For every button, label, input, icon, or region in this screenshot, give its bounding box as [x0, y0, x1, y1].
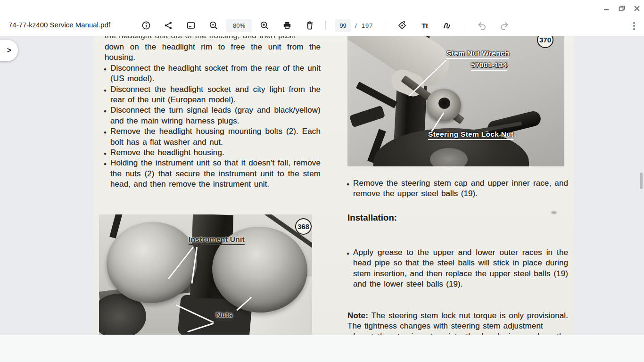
figure-label: Steering Stem Lock Nut: [428, 130, 513, 140]
scan-artifact: [551, 211, 557, 214]
more-options-icon[interactable]: ⋮: [627, 18, 641, 33]
info-icon[interactable]: [139, 18, 154, 33]
page-count: / 197: [355, 22, 373, 29]
list-item: Holding the instrument unit so that it d…: [105, 158, 321, 189]
clipped-text-line: the headlight unit out of the housing, a…: [105, 36, 321, 41]
list-item: Remove the steering stem cap and upper i…: [347, 178, 568, 199]
redo-icon[interactable]: [497, 18, 512, 33]
toolbar-separator: [466, 21, 466, 30]
document-title: 74-77-kz400 Service Manual.pdf: [8, 21, 110, 29]
share-icon[interactable]: [161, 18, 176, 33]
note-paragraph: Note: The steering stem lock nut torque …: [347, 311, 568, 332]
pdf-page: the headlight unit out of the housing, a…: [94, 36, 574, 335]
fit-page-icon[interactable]: [183, 18, 198, 33]
chevron-right-icon: >: [7, 46, 11, 55]
figure-label: Nuts: [216, 311, 233, 321]
list-item: Disconnect the headlight socket and city…: [105, 84, 321, 106]
zoom-level[interactable]: 80%: [226, 19, 252, 32]
shelf: [0, 335, 644, 362]
minimize-button[interactable]: [601, 4, 611, 13]
delete-icon[interactable]: [302, 18, 317, 33]
print-icon[interactable]: [280, 18, 295, 33]
pdf-viewport: the headlight unit out of the housing, a…: [0, 36, 644, 335]
text-annotation-icon[interactable]: Tt: [417, 18, 432, 33]
toolbar-separator: [325, 21, 326, 30]
figure-368-photo: Instrument Unit Nuts 368: [99, 214, 312, 335]
undo-icon[interactable]: [474, 18, 489, 33]
close-icon[interactable]: [632, 4, 642, 13]
photo-shape: [349, 106, 386, 128]
figure-label: 57001-134: [471, 61, 507, 71]
toolbar-separator: [385, 21, 385, 30]
zoom-in-icon[interactable]: [257, 18, 272, 33]
list-item: Remove the headlight housing mounting bo…: [105, 126, 321, 148]
figure-number-badge: 370: [537, 36, 553, 48]
figure-label: Instrument Unit: [189, 235, 245, 245]
restore-button[interactable]: [617, 4, 627, 13]
list-item: Remove the headlight housing.: [105, 148, 321, 158]
scrollbar-thumb[interactable]: [640, 173, 643, 189]
rotate-icon[interactable]: [395, 18, 410, 33]
list-item: Apply grease to the upper and lower oute…: [347, 247, 568, 290]
figure-370-photo: Stem Nut Wrench 57001-134 Steering Stem …: [347, 36, 564, 166]
window-chrome: 74-77-kz400 Service Manual.pdf 80%: [0, 0, 644, 36]
list-item: Disconnect the headlight socket from the…: [105, 63, 321, 84]
page-number-input[interactable]: [335, 19, 351, 32]
list-item: Disconnect the turn signal leads (gray a…: [105, 105, 321, 126]
left-column-text: down on the headlight rim to free the un…: [105, 42, 321, 190]
figure-number-badge: 368: [295, 218, 312, 235]
zoom-out-icon[interactable]: [206, 18, 221, 33]
draw-annotation-icon[interactable]: [440, 18, 455, 33]
photo-shape: [356, 82, 397, 108]
photo-shape: [438, 98, 450, 109]
paragraph: down on the headlight rim to free the un…: [105, 42, 321, 63]
figure-label: Stem Nut Wrench: [446, 49, 509, 59]
section-heading: Installation:: [347, 213, 568, 223]
